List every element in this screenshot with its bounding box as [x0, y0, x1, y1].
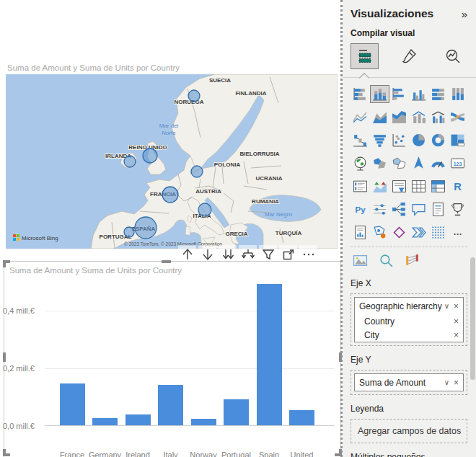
image-visual-icon[interactable] — [351, 252, 370, 270]
panel-subtitle: Compilar visual — [351, 28, 467, 38]
visual-type-treemap-icon[interactable] — [448, 131, 467, 149]
map-bubble-norway[interactable] — [188, 90, 200, 102]
collapse-panel-icon[interactable]: » — [462, 8, 467, 20]
visual-type-more-visuals-icon[interactable]: … — [448, 223, 467, 241]
bar-germany[interactable] — [92, 418, 118, 425]
visual-type-donut-chart-icon[interactable] — [428, 131, 448, 149]
svg-text:R: R — [454, 181, 462, 192]
field-dropdown-icon[interactable]: ∨ — [444, 302, 449, 310]
field-well-eje-y[interactable]: Suma de Amount∨× — [351, 370, 467, 395]
visual-type-stacked-bar-chart-icon[interactable] — [351, 85, 370, 103]
visual-type-scalar-grid-icon[interactable] — [428, 223, 448, 241]
field-well-eje-x[interactable]: Geographic hierarchy∨×Country×City× — [351, 293, 467, 346]
visual-type-power-apps-icon[interactable] — [389, 223, 409, 241]
remove-field-icon[interactable]: × — [454, 301, 459, 311]
visual-type-scatter-chart-icon[interactable] — [389, 131, 409, 149]
field-pill[interactable]: Country× — [355, 314, 463, 328]
visual-gallery: 123RPy… — [351, 85, 467, 241]
field-pill[interactable]: Geographic hierarchy∨× — [355, 298, 463, 314]
flow-visual-icon[interactable] — [402, 252, 422, 270]
visual-type-shape-map-icon[interactable] — [389, 154, 409, 172]
tab-analytics[interactable] — [439, 43, 467, 69]
visual-type-multi-row-card-icon[interactable] — [351, 177, 370, 195]
remove-field-icon[interactable]: × — [454, 330, 459, 340]
bar-italy[interactable] — [158, 385, 183, 425]
visual-type-qa-icon[interactable] — [409, 200, 428, 218]
visual-type-stacked-column-chart-icon[interactable] — [370, 85, 389, 103]
visual-type-metrics-icon[interactable] — [448, 200, 467, 218]
visual-type-power-automate-icon[interactable] — [409, 223, 428, 241]
visual-type-r-script-icon[interactable]: R — [448, 177, 467, 195]
visual-type-pie-chart-icon[interactable] — [409, 131, 428, 149]
bar-france[interactable] — [60, 383, 85, 425]
visual-type-card-icon[interactable]: 123 — [448, 154, 467, 172]
visual-type-ribbon-chart-icon[interactable] — [448, 108, 467, 126]
visual-type-line-and-stacked-column-chart-icon[interactable] — [409, 108, 428, 126]
map-bubble-germany[interactable] — [191, 166, 203, 177]
selection-handle-left[interactable] — [3, 352, 6, 362]
visual-type-kpi-icon[interactable] — [370, 177, 389, 195]
bar-spain[interactable] — [257, 284, 282, 425]
remove-field-icon[interactable]: × — [454, 316, 459, 327]
map-bubble-france[interactable] — [162, 187, 178, 203]
visual-type-line-chart-icon[interactable] — [351, 108, 370, 126]
visual-type-decomposition-tree-icon[interactable] — [389, 200, 409, 218]
visual-type-matrix-icon[interactable] — [428, 177, 448, 195]
tab-build-visual[interactable] — [351, 43, 379, 69]
bar-ireland[interactable] — [125, 414, 151, 425]
map-bubble-italy[interactable] — [198, 203, 211, 216]
tab-format-visual[interactable] — [395, 43, 423, 69]
visual-type-funnel-chart-icon[interactable] — [370, 131, 389, 149]
visual-type-clustered-column-chart-icon[interactable] — [409, 85, 428, 103]
field-pill-label: City — [364, 330, 449, 340]
visual-type-clustered-bar-chart-icon[interactable] — [389, 85, 409, 103]
bar-norway[interactable] — [191, 419, 216, 425]
field-pill[interactable]: City× — [355, 328, 463, 342]
visual-type-arcgis-map-icon[interactable] — [370, 223, 389, 241]
visualizations-panel: Visualizaciones » Compilar visual 123RPy… — [343, 0, 476, 457]
build-visual-icon — [356, 48, 374, 65]
bar-portugal[interactable] — [224, 399, 249, 425]
map-visual[interactable]: Mar delNorteMar NegroSUECIAFINLANDIANORU… — [6, 74, 338, 249]
visual-type-filled-map-icon[interactable] — [370, 154, 389, 172]
map-bubble-united-kingdom[interactable] — [143, 148, 157, 163]
visual-type-key-influencers-icon[interactable] — [370, 200, 389, 218]
visual-type-area-chart-icon[interactable] — [370, 108, 389, 126]
visual-type-waterfall-chart-icon[interactable] — [351, 131, 370, 149]
y-axis-tick: 0,4 mill.€ — [0, 306, 35, 315]
visual-type-azure-map-icon[interactable] — [409, 154, 428, 172]
country-label: BIELORRUSIA — [239, 151, 279, 157]
gridline — [45, 368, 335, 369]
panel-scrollbar[interactable] — [470, 257, 475, 380]
visual-type-gauge-icon[interactable] — [428, 154, 448, 172]
bar-chart-visual[interactable]: Suma de Amount y Suma de Units por Count… — [4, 261, 341, 457]
section-label: Múltiplos pequeños — [351, 452, 467, 457]
visual-type-stacked-area-chart-icon[interactable] — [389, 108, 409, 126]
visual-type-table-icon[interactable] — [409, 177, 428, 195]
field-pill-label: Suma de Amount — [359, 378, 444, 388]
map-bubble-portugal[interactable] — [124, 227, 134, 237]
selection-handle-bottom-left2[interactable] — [3, 453, 10, 456]
visual-type-line-and-clustered-column-chart-icon[interactable] — [428, 108, 448, 126]
bar-united-kingdom[interactable] — [289, 410, 314, 425]
section-label: Eje X — [351, 278, 467, 288]
europe-map: Mar delNorteMar NegroSUECIAFINLANDIANORU… — [6, 74, 338, 249]
visual-type-hundred-stacked-column-chart-icon[interactable] — [448, 85, 467, 103]
visual-type-python-visual-icon[interactable]: Py — [351, 200, 370, 218]
visual-type-hundred-stacked-bar-chart-icon[interactable] — [428, 85, 448, 103]
visual-type-paginated-report-icon[interactable] — [351, 223, 370, 241]
remove-field-icon[interactable]: × — [454, 378, 459, 388]
qa-search-visual-icon[interactable] — [376, 252, 396, 270]
selected-tab-caret — [351, 72, 467, 81]
visual-type-slicer-icon[interactable] — [389, 177, 409, 195]
field-dropdown-icon[interactable]: ∨ — [444, 378, 449, 386]
country-label: TURQUÍA — [276, 230, 302, 236]
map-bubble-ireland[interactable] — [124, 156, 136, 167]
map-bubble-spain[interactable] — [135, 217, 157, 239]
selection-handle-top-left2[interactable] — [3, 260, 6, 267]
selection-handle-top[interactable] — [162, 260, 171, 263]
visual-type-map-icon[interactable] — [351, 154, 370, 172]
field-pill[interactable]: Suma de Amount∨× — [355, 374, 463, 391]
field-well-leyenda[interactable]: Agregar campos de datos a... — [351, 419, 467, 443]
visual-type-smart-narrative-icon[interactable] — [428, 200, 448, 218]
